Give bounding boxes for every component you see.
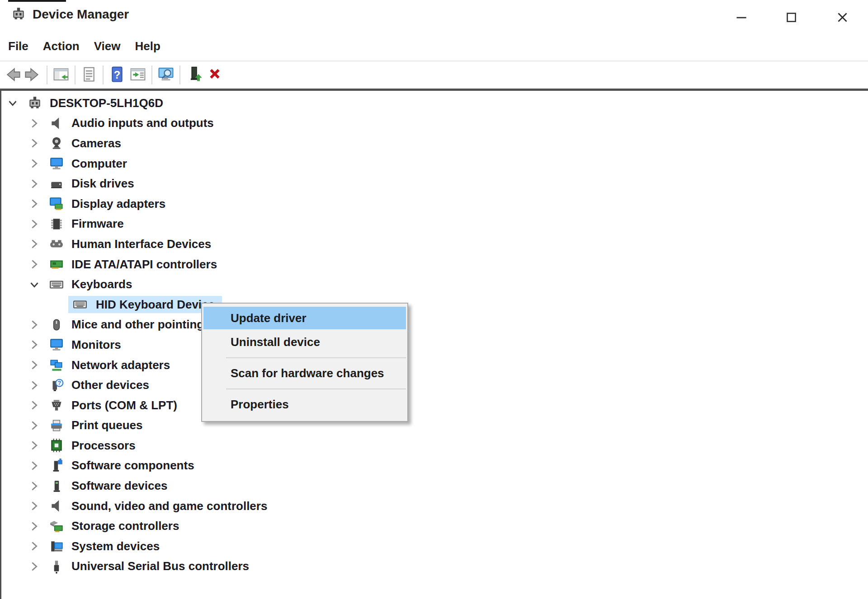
- tree-item-label: Storage controllers: [71, 519, 179, 533]
- tree-item-universal-serial-bus-controllers[interactable]: Universal Serial Bus controllers: [1, 557, 652, 577]
- context-menu-item-properties[interactable]: Properties: [203, 392, 406, 417]
- tree-item-software-devices[interactable]: Software devices: [1, 476, 652, 496]
- properties-page-button[interactable]: [79, 64, 99, 86]
- menu-view[interactable]: View: [87, 39, 128, 53]
- tree-item-audio-inputs-and-outputs[interactable]: Audio inputs and outputs: [1, 113, 652, 134]
- system-device-icon: [47, 538, 66, 554]
- tree-item-content: Human Interface Devices: [41, 235, 211, 253]
- tree-item-storage-controllers[interactable]: Storage controllers: [1, 516, 652, 536]
- mouse-icon: [47, 317, 66, 332]
- keyboard-icon: [70, 297, 90, 312]
- context-menu-item-scan-for-hardware-changes[interactable]: Scan for hardware changes: [203, 360, 406, 386]
- help-icon: ?: [108, 66, 126, 84]
- tree-item-system-devices[interactable]: System devices: [1, 536, 652, 557]
- scan-hardware-changes-button[interactable]: [156, 64, 176, 86]
- device-manager-window: Device Manager FileActionViewHelp ? DESK…: [0, 0, 868, 599]
- processor-chip-icon: [47, 438, 66, 453]
- chevron-right-icon[interactable]: [28, 559, 41, 574]
- tree-item-firmware[interactable]: Firmware: [1, 214, 652, 234]
- usb-plug-icon: [47, 559, 66, 574]
- software-component-icon: [47, 458, 66, 473]
- tree-item-software-components[interactable]: Software components: [1, 456, 652, 476]
- action-pane-button[interactable]: [127, 64, 148, 86]
- context-menu-item-uninstall-device[interactable]: Uninstall device: [203, 329, 406, 355]
- menubar-divider: [0, 61, 868, 61]
- chevron-right-icon[interactable]: [28, 217, 41, 231]
- chevron-right-icon[interactable]: [28, 177, 41, 191]
- speaker-icon: [47, 498, 66, 514]
- printer-icon: [47, 418, 66, 433]
- tree-item-label: Sound, video and game controllers: [71, 499, 267, 513]
- tree-item-content: Software components: [41, 457, 194, 474]
- tree-item-label: Software components: [71, 459, 194, 473]
- show-console-tree-button[interactable]: [51, 64, 71, 86]
- selected-item-highlight: HID Keyboard Device: [68, 296, 222, 313]
- tree-item-label: IDE ATA/ATAPI controllers: [71, 257, 217, 271]
- window-edge: [8, 0, 66, 2]
- tree-item-processors[interactable]: Processors: [1, 435, 652, 456]
- tree-item-human-interface-devices[interactable]: Human Interface Devices: [1, 234, 652, 254]
- tree-item-label: Network adapters: [71, 358, 170, 372]
- chevron-right-icon[interactable]: [28, 337, 41, 352]
- tree-item-label: Monitors: [71, 338, 121, 352]
- context-menu-item-update-driver[interactable]: Update driver: [203, 307, 406, 329]
- tree-item-content: Ports (COM & LPT): [41, 397, 177, 414]
- uninstall-device-button[interactable]: [204, 64, 225, 86]
- tree-item-label: Ports (COM & LPT): [71, 398, 177, 412]
- tree-item-computer[interactable]: Computer: [1, 154, 652, 174]
- chevron-right-icon[interactable]: [28, 318, 41, 332]
- tree-item-keyboards[interactable]: Keyboards: [1, 274, 652, 295]
- chevron-down-icon[interactable]: [6, 96, 19, 110]
- chevron-right-icon[interactable]: [28, 398, 41, 412]
- back-arrow-button[interactable]: [2, 64, 23, 86]
- chevron-down-icon[interactable]: [28, 277, 41, 292]
- chevron-right-icon[interactable]: [28, 197, 41, 211]
- gamepad-icon: [47, 236, 66, 252]
- chevron-right-icon[interactable]: [28, 156, 41, 171]
- unknown-device-icon: ?: [47, 378, 66, 393]
- close-button[interactable]: [833, 8, 851, 26]
- tree-item-disk-drives[interactable]: Disk drives: [1, 173, 652, 194]
- chevron-right-icon[interactable]: [28, 378, 41, 393]
- update-driver-button[interactable]: [184, 64, 204, 86]
- chevron-right-icon[interactable]: [28, 358, 41, 372]
- tree-item-label: Universal Serial Bus controllers: [71, 559, 249, 573]
- forward-arrow-button[interactable]: [23, 64, 43, 86]
- tree-item-label: System devices: [71, 539, 160, 553]
- context-menu-separator: [226, 357, 406, 358]
- chevron-right-icon[interactable]: [28, 539, 41, 553]
- minimize-button[interactable]: [732, 8, 750, 26]
- chevron-right-icon[interactable]: [28, 479, 41, 493]
- tree-item-label: Firmware: [71, 217, 124, 231]
- maximize-button[interactable]: [782, 8, 800, 26]
- tree-item-content: DESKTOP-5LH1Q6D: [19, 94, 163, 112]
- chevron-right-icon[interactable]: [28, 438, 41, 453]
- menu-file[interactable]: File: [1, 39, 36, 53]
- camera-icon: [47, 136, 66, 151]
- chevron-right-icon[interactable]: [28, 237, 41, 251]
- chevron-right-icon[interactable]: [28, 519, 41, 533]
- menu-help[interactable]: Help: [127, 39, 167, 53]
- chevron-right-icon[interactable]: [28, 499, 41, 513]
- chevron-right-icon[interactable]: [28, 257, 41, 271]
- chevron-right-icon[interactable]: [28, 418, 41, 433]
- tree-item-cameras[interactable]: Cameras: [1, 133, 652, 154]
- tree-item-content: Software devices: [41, 477, 167, 495]
- controller-card-icon: [47, 257, 66, 272]
- help-button[interactable]: ?: [107, 64, 127, 86]
- menu-action[interactable]: Action: [36, 39, 87, 53]
- tree-item-label: Keyboards: [71, 277, 132, 291]
- chevron-right-icon[interactable]: [28, 136, 41, 150]
- chevron-right-icon[interactable]: [28, 116, 41, 131]
- tree-item-sound-video-and-game-controllers[interactable]: Sound, video and game controllers: [1, 496, 652, 516]
- tree-item-label: Software devices: [71, 479, 167, 493]
- tree-item-desktop-5lh1q6d[interactable]: DESKTOP-5LH1Q6D: [1, 93, 652, 113]
- keyboard-icon: [47, 277, 66, 292]
- tree-item-ide-ata-atapi-controllers[interactable]: IDE ATA/ATAPI controllers: [1, 254, 652, 275]
- tree-item-display-adapters[interactable]: Display adapters: [1, 194, 652, 214]
- back-arrow-icon: [4, 66, 21, 84]
- toolbar-separator: [47, 66, 47, 84]
- speaker-icon: [47, 116, 66, 131]
- tree-item-label: Display adapters: [71, 197, 165, 211]
- chevron-right-icon[interactable]: [28, 459, 41, 473]
